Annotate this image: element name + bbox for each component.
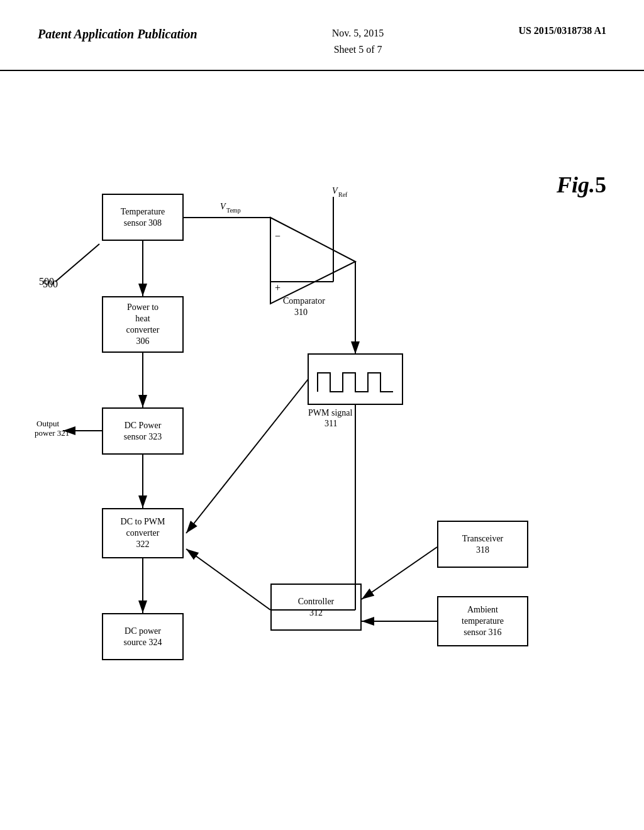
controller-block: Controller312 (270, 584, 362, 631)
svg-text:power 321: power 321 (35, 428, 69, 438)
svg-text:Comparator: Comparator (283, 296, 325, 306)
transceiver-block: Transceiver318 (437, 521, 528, 568)
svg-text:Ref: Ref (338, 191, 348, 198)
diagram-svg: 500 V Temp V Ref Comparator 310 − + (0, 71, 644, 826)
header-sheet: Sheet 5 of 7 (334, 44, 382, 55)
svg-marker-10 (270, 218, 355, 304)
dc-power-sensor-block: DC Powersensor 323 (102, 407, 184, 455)
diagram-number: 500 (43, 279, 58, 290)
svg-line-23 (186, 379, 308, 533)
svg-text:PWM signal: PWM signal (308, 408, 353, 418)
svg-text:−: − (275, 231, 280, 241)
svg-text:+: + (275, 282, 280, 293)
svg-line-32 (362, 547, 437, 599)
patent-number: US 2015/0318738 A1 (518, 25, 606, 36)
dc-power-source-block: DC powersource 324 (102, 613, 184, 660)
svg-text:Output: Output (36, 419, 60, 428)
svg-text:V: V (220, 202, 226, 211)
publication-title: Patent Application Publication (38, 25, 197, 43)
figure-label: Fig.5 (557, 172, 606, 198)
page-header: Patent Application Publication Nov. 5, 2… (0, 0, 644, 71)
svg-text:V: V (332, 186, 338, 196)
svg-rect-20 (308, 354, 402, 404)
ambient-temp-block: Ambienttemperaturesensor 316 (437, 596, 528, 646)
power-to-heat-block: Power toheatconverter306 (102, 296, 184, 353)
diagram-area: Fig.5 500 Temperaturesensor 308 Power to… (0, 71, 644, 826)
header-date-sheet: Nov. 5, 2015 Sheet 5 of 7 (332, 25, 384, 57)
svg-text:Temp: Temp (226, 207, 241, 214)
header-date: Nov. 5, 2015 (332, 28, 384, 38)
svg-line-2 (55, 244, 99, 282)
svg-text:311: 311 (325, 419, 337, 428)
svg-line-31 (186, 549, 270, 610)
temperature-sensor-block: Temperaturesensor 308 (102, 194, 184, 241)
svg-text:310: 310 (294, 307, 308, 317)
dc-to-pwm-block: DC to PWMconverter322 (102, 508, 184, 558)
